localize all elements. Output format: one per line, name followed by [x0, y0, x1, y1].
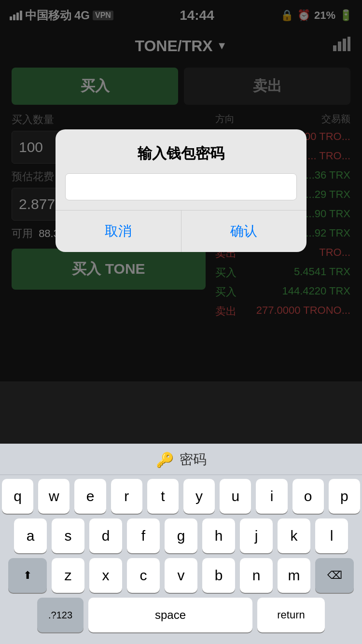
- modal-overlay: 输入钱包密码 取消 确认: [0, 0, 362, 381]
- key-m[interactable]: m: [278, 558, 310, 593]
- key-l[interactable]: l: [315, 518, 348, 553]
- key-s[interactable]: s: [52, 518, 84, 553]
- delete-key[interactable]: ⌫: [315, 558, 354, 593]
- key-y[interactable]: y: [183, 479, 215, 514]
- key-z[interactable]: z: [52, 558, 84, 593]
- key-o[interactable]: o: [292, 479, 324, 514]
- key-f[interactable]: f: [127, 518, 160, 553]
- modal-title: 输入钱包密码: [56, 129, 306, 173]
- key-d[interactable]: d: [89, 518, 122, 553]
- keyboard-rows: q w e r t y u i o p a s d f g h j k l ⬆ …: [0, 475, 362, 644]
- key-r[interactable]: r: [111, 479, 142, 514]
- key-h[interactable]: h: [202, 518, 235, 553]
- key-t[interactable]: t: [147, 479, 179, 514]
- key-e[interactable]: e: [74, 479, 106, 514]
- key-i[interactable]: i: [256, 479, 287, 514]
- key-row-4: .?123 space return: [2, 598, 360, 637]
- modal-buttons: 取消 确认: [56, 210, 306, 252]
- key-n[interactable]: n: [240, 558, 273, 593]
- key-a[interactable]: a: [14, 518, 47, 553]
- key-u[interactable]: u: [220, 479, 251, 514]
- modal-input-wrapper: [56, 173, 306, 210]
- key-g[interactable]: g: [165, 518, 197, 553]
- password-modal: 输入钱包密码 取消 确认: [56, 129, 306, 252]
- key-row-1: q w e r t y u i o p: [2, 479, 360, 514]
- key-c[interactable]: c: [127, 558, 160, 593]
- shift-key[interactable]: ⬆: [8, 558, 47, 593]
- key-k[interactable]: k: [278, 518, 310, 553]
- key-w[interactable]: w: [38, 479, 70, 514]
- key-icon: 🔑: [156, 451, 174, 468]
- key-row-2: a s d f g h j k l: [2, 518, 360, 553]
- keyboard-area: 🔑 密码 q w e r t y u i o p a s d f g h j k…: [0, 444, 362, 644]
- key-b[interactable]: b: [202, 558, 235, 593]
- cancel-button[interactable]: 取消: [56, 210, 181, 252]
- space-key[interactable]: space: [88, 598, 252, 632]
- key-row-3: ⬆ z x c v b n m ⌫: [2, 558, 360, 593]
- keyboard-label: 密码: [180, 450, 207, 469]
- password-input[interactable]: [65, 173, 297, 200]
- key-q[interactable]: q: [2, 479, 33, 514]
- return-key[interactable]: return: [257, 598, 325, 632]
- key-v[interactable]: v: [165, 558, 197, 593]
- key-j[interactable]: j: [240, 518, 273, 553]
- key-p[interactable]: p: [329, 479, 360, 514]
- keyboard-password-bar: 🔑 密码: [0, 444, 362, 475]
- key-x[interactable]: x: [89, 558, 122, 593]
- numbers-key[interactable]: .?123: [37, 598, 84, 632]
- confirm-button[interactable]: 确认: [181, 210, 307, 252]
